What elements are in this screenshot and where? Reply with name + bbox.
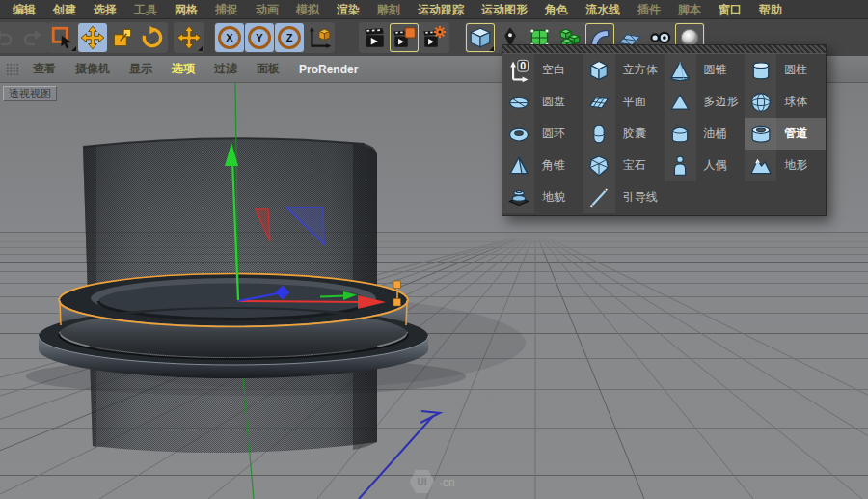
primitive-item-sphere[interactable]: 球体	[745, 86, 826, 118]
undo-group	[0, 22, 48, 53]
vp-menu-cameras[interactable]: 摄像机	[66, 61, 120, 77]
panel-drag-handle[interactable]	[502, 44, 827, 53]
menu-item-create[interactable]: 创建	[44, 0, 85, 19]
coordinate-system-button[interactable]	[305, 23, 334, 52]
vp-menu-display[interactable]: 显示	[120, 61, 162, 77]
menu-item-tools[interactable]: 工具	[125, 0, 166, 19]
cinema4d-window: { "menubar": { "items": [ {"label":"编辑",…	[0, 0, 868, 499]
view-label[interactable]: 透视视图	[3, 86, 57, 101]
primitive-item-capsule[interactable]: 胶囊	[583, 118, 665, 150]
tube-object[interactable]	[39, 274, 428, 379]
primitive-item-pyramid[interactable]: 角锥	[502, 150, 583, 181]
menu-item-select[interactable]: 选择	[85, 0, 125, 19]
primitive-item-landscape[interactable]: 地形	[745, 150, 826, 181]
axis-tool-group	[174, 22, 204, 53]
z-lock-button[interactable]: Z	[275, 23, 304, 52]
tube-icon	[745, 118, 776, 150]
plane-icon	[583, 86, 615, 118]
vp-menu-panel[interactable]: 面板	[247, 61, 289, 77]
menu-item-plugins[interactable]: 插件	[629, 0, 669, 19]
primitive-item-cone[interactable]: 圆锥	[665, 54, 746, 86]
menu-item-help[interactable]: 帮助	[750, 0, 791, 19]
primitives-popup-panel: 0 空白 立方体 圆锥 圆柱 圆盘 平面	[502, 44, 827, 216]
panel-empty-cell	[745, 181, 826, 213]
vp-menu-view[interactable]: 查看	[23, 61, 66, 77]
edit-render-settings-button[interactable]	[420, 23, 448, 52]
relief-icon	[502, 181, 534, 213]
vp-menu-prorender[interactable]: ProRender	[289, 63, 367, 76]
primitive-item-polygon[interactable]: 多边形	[665, 86, 746, 118]
menu-item-pipeline[interactable]: 流水线	[577, 0, 629, 19]
pyramid-icon	[502, 150, 534, 181]
disc-icon	[502, 86, 534, 118]
tool-group	[47, 22, 168, 53]
menu-item-character[interactable]: 角色	[536, 0, 577, 19]
gizmo-x-axis[interactable]	[238, 301, 365, 302]
y-lock-button[interactable]: Y	[245, 23, 274, 52]
primitive-item-figure[interactable]: 人偶	[665, 150, 746, 181]
grip-handle-icon[interactable]	[6, 63, 19, 75]
watermark-badge-text: UI	[418, 477, 427, 487]
primitive-item-gem[interactable]: 宝石	[583, 150, 665, 181]
panel-empty-cell	[665, 181, 746, 213]
menu-item-window[interactable]: 窗口	[710, 0, 750, 19]
polygon-icon	[665, 86, 696, 118]
menu-item-render[interactable]: 渲染	[328, 0, 368, 19]
primitive-item-plane[interactable]: 平面	[583, 86, 665, 118]
render-group	[359, 22, 449, 53]
cube-icon	[583, 54, 615, 86]
oil-tank-icon	[665, 118, 696, 150]
render-view-button[interactable]	[360, 23, 389, 52]
menu-item-script[interactable]: 脚本	[669, 0, 710, 19]
rotate-tool-button[interactable]	[138, 23, 167, 52]
primitive-item-torus[interactable]: 圆环	[502, 118, 583, 150]
cone-icon	[665, 54, 696, 86]
menu-item-mograph[interactable]: 运动图形	[473, 0, 536, 19]
primitive-item-null[interactable]: 0 空白	[502, 54, 583, 86]
z-lock-label: Z	[286, 32, 293, 43]
torus-icon	[502, 118, 534, 150]
watermark-suffix-text: ·cn	[439, 476, 455, 489]
selection-handle[interactable]	[393, 299, 401, 307]
menu-item-sculpt[interactable]: 雕刻	[368, 0, 409, 19]
scale-tool-button[interactable]	[108, 23, 137, 52]
primitive-cube-button[interactable]	[466, 23, 495, 52]
x-lock-label: X	[226, 32, 232, 43]
primitive-item-tube[interactable]: 管道	[745, 118, 826, 150]
primitive-item-cylinder[interactable]: 圆柱	[745, 54, 826, 86]
menu-item-mesh[interactable]: 网格	[166, 0, 206, 19]
svg-text:0: 0	[520, 59, 526, 70]
axis-lock-group: X Y Z	[214, 22, 335, 53]
undo-button[interactable]	[0, 23, 17, 52]
selection-handle[interactable]	[393, 281, 401, 289]
move-tool-button[interactable]	[78, 23, 107, 52]
sphere-icon	[745, 86, 776, 118]
menu-item-snap[interactable]: 捕捉	[206, 0, 247, 19]
cylinder-icon	[745, 54, 776, 86]
main-menubar: 编辑 创建 选择 工具 网格 捕捉 动画 模拟 渲染 雕刻 运动跟踪 运动图形 …	[0, 0, 868, 19]
vp-menu-filter[interactable]: 过滤	[204, 61, 247, 77]
guide-icon	[583, 181, 615, 213]
gem-icon	[583, 150, 615, 181]
y-lock-label: Y	[256, 32, 262, 43]
landscape-icon	[745, 150, 776, 181]
render-to-picture-viewer-button[interactable]	[390, 23, 419, 52]
menu-item-simulate[interactable]: 模拟	[287, 0, 328, 19]
primitive-item-guide[interactable]: 引导线	[583, 181, 665, 213]
primitive-item-disc[interactable]: 圆盘	[502, 86, 583, 118]
null-object-icon: 0	[502, 54, 534, 86]
primitive-item-relief[interactable]: 地貌	[502, 181, 583, 213]
primitive-item-cube[interactable]: 立方体	[583, 54, 665, 86]
axis-move-button[interactable]	[175, 23, 203, 52]
redo-button[interactable]	[18, 23, 47, 52]
menu-item-edit[interactable]: 编辑	[4, 0, 44, 19]
menu-item-motion-tracker[interactable]: 运动跟踪	[409, 0, 473, 19]
live-selection-button[interactable]	[48, 23, 77, 52]
capsule-icon	[583, 118, 615, 150]
menu-item-animate[interactable]: 动画	[247, 0, 287, 19]
vp-menu-options[interactable]: 选项	[162, 61, 204, 77]
figure-icon	[665, 150, 696, 181]
x-lock-button[interactable]: X	[215, 23, 244, 52]
primitive-item-oil-tank[interactable]: 油桶	[665, 118, 746, 150]
